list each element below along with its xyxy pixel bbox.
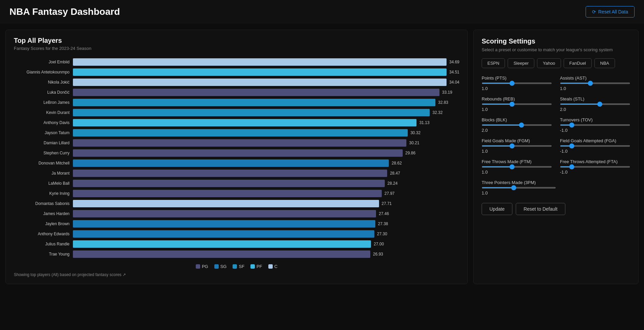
bar-container: 27.38 [73,220,459,228]
bar-value: 28.62 [392,161,402,166]
slider-input-stl[interactable] [560,103,630,105]
slider-input-3pm[interactable] [482,187,556,188]
player-name: Stephen Curry [14,151,73,155]
bar-value: 30.32 [410,130,421,135]
legend-label: SG [220,264,227,269]
slider-label-ast: Assists (AST) [560,76,630,81]
legend-label: SF [239,264,244,269]
app-title: NBA Fantasy Dashboard [9,6,120,17]
bar [73,240,371,248]
slider-group-3pm: Three Pointers Made (3PM)1.0 [482,180,556,196]
bar [73,200,379,207]
preset-button-espn[interactable]: ESPN [482,58,505,68]
slider-input-tov[interactable] [560,124,630,126]
table-row: Domantas Sabonis27.71 [14,199,459,208]
slider-input-fga[interactable] [560,145,630,147]
table-row: Kyrie Irving27.97 [14,189,459,198]
bar-container: 29.86 [73,149,459,157]
bar-value: 27.46 [379,211,389,216]
table-row: Ja Morant28.47 [14,169,459,178]
slider-value-fta: -1.0 [560,170,630,175]
bar-container: 34.51 [73,68,459,76]
player-name: Giannis Antetokounmpo [14,70,73,74]
preset-button-yahoo[interactable]: Yahoo [537,58,561,68]
bar-value: 30.21 [409,141,419,145]
slider-group-fga: Field Goals Attempted (FGA)-1.0 [560,138,630,154]
update-button[interactable]: Update [482,203,512,215]
app-header: NBA Fantasy Dashboard ⟳ Reset All Data [0,0,644,24]
preset-button-sleeper[interactable]: Sleeper [508,58,534,68]
table-row: Kevin Durant32.32 [14,108,459,117]
settings-title: Scoring Settings [482,37,630,45]
slider-label-fta: Free Throws Attempted (FTA) [560,159,630,164]
bar-container: 28.62 [73,159,459,167]
reset-all-button[interactable]: ⟳ Reset All Data [586,6,635,18]
bar-container: 27.97 [73,190,459,197]
bar [73,210,376,217]
legend-label: PG [202,264,208,269]
table-row: Anthony Davis31.13 [14,118,459,127]
slider-group-pts: Points (PTS)1.0 [482,76,552,91]
bar [73,220,375,228]
bar [73,190,382,197]
player-name: Donovan Mitchell [14,161,73,166]
preset-button-nba[interactable]: NBA [594,58,615,68]
slider-group-ftm: Free Throws Made (FTM)1.0 [482,159,552,175]
player-name: LeBron James [14,100,73,105]
bar-container: 30.21 [73,139,459,147]
player-name: Domantas Sabonis [14,201,73,206]
bar-value: 33.19 [442,90,452,95]
slider-input-fgm[interactable] [482,145,552,147]
reset-default-button[interactable]: Reset to Default [516,203,565,215]
table-row: Anthony Edwards27.30 [14,230,459,238]
bar-value: 32.32 [432,110,442,115]
slider-label-pts: Points (PTS) [482,76,552,81]
bar [73,230,374,238]
slider-label-fgm: Field Goals Made (FGM) [482,138,552,143]
slider-input-ast[interactable] [560,83,630,84]
bar-container: 34.69 [73,58,459,66]
player-name: Kyrie Irving [14,191,73,196]
bar-value: 27.97 [384,191,395,196]
table-row: Stephen Curry29.86 [14,149,459,157]
slider-group-fgm: Field Goals Made (FGM)1.0 [482,138,552,154]
player-name: Luka Dončić [14,90,73,95]
slider-input-pts[interactable] [482,83,552,84]
bar-container: 28.24 [73,180,459,187]
slider-input-ftm[interactable] [482,166,552,168]
bar-container: 32.32 [73,109,459,116]
bar-container: 32.83 [73,99,459,106]
bar-value: 27.38 [378,221,388,226]
player-name: Nikola Jokić [14,80,73,85]
bar [73,139,406,147]
slider-value-blk: 2.0 [482,128,552,133]
legend-dot [250,264,255,269]
preset-button-fanduel[interactable]: FanDuel [564,58,592,68]
legend-item: SG [214,264,227,269]
bar [73,58,447,66]
slider-value-3pm: 1.0 [482,190,556,196]
bar-value: 34.69 [449,60,459,64]
slider-input-reb[interactable] [482,103,552,105]
player-name: Anthony Davis [14,120,73,125]
bar [73,129,408,137]
bar-value: 31.13 [419,120,429,125]
slider-label-stl: Steals (STL) [560,96,630,101]
slider-input-blk[interactable] [482,124,552,126]
slider-value-pts: 1.0 [482,86,552,91]
player-name: Joel Embiid [14,60,73,64]
bar-value: 27.30 [377,232,387,236]
chart-title: Top All Players [14,37,459,44]
bar [73,68,447,76]
player-name: Ja Morant [14,171,73,176]
bar-value: 28.24 [387,181,398,186]
player-name: Trae Young [14,252,73,257]
bar-value: 28.47 [390,171,400,176]
chart-legend: PGSGSFPFC [14,264,459,269]
legend-label: PF [257,264,262,269]
bar [73,170,387,177]
legend-item: PG [196,264,208,269]
legend-item: C [268,264,277,269]
legend-dot [196,264,200,269]
slider-input-fta[interactable] [560,166,630,168]
